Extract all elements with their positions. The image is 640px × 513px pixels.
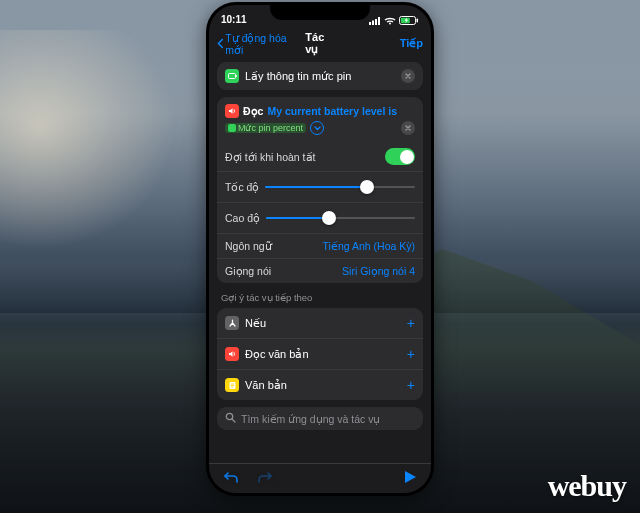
search-icon (225, 412, 236, 425)
rate-slider[interactable] (265, 178, 415, 196)
search-field[interactable]: Tìm kiếm ứng dụng và tác vụ (217, 407, 423, 430)
chevron-down-icon (314, 126, 321, 131)
back-button[interactable]: Tự động hóa mới (217, 32, 299, 56)
next-button[interactable]: Tiếp (400, 37, 423, 50)
svg-rect-8 (228, 74, 235, 79)
redo-icon (257, 470, 273, 484)
svg-point-4 (389, 22, 391, 24)
wallpaper: 10:11 Tự động hóa (0, 0, 640, 513)
option-wait: Đợi tới khi hoàn tất (217, 142, 423, 171)
navigation-bar: Tự động hóa mới Tác vụ Tiếp (209, 27, 431, 62)
variable-pill[interactable]: Mức pin percent (225, 123, 306, 133)
speak-action-header[interactable]: Đọc My current battery level is Mức pin … (217, 97, 423, 142)
run-button[interactable] (404, 470, 417, 488)
signal-icon (369, 17, 381, 25)
suggestions-list: Nếu + Đọc văn bản + Văn bả (217, 308, 423, 400)
wifi-icon (384, 17, 396, 25)
search-placeholder: Tìm kiếm ứng dụng và tác vụ (241, 413, 380, 425)
battery-action-icon (225, 69, 239, 83)
notch (270, 2, 370, 20)
svg-rect-0 (369, 22, 371, 25)
watermark: webuy (548, 469, 626, 503)
pitch-slider[interactable] (266, 209, 415, 227)
suggestions-header: Gợi ý tác vụ tiếp theo (217, 290, 423, 308)
action-card-battery[interactable]: Lấy thông tin mức pin (217, 62, 423, 90)
remove-action-button[interactable] (401, 69, 415, 83)
close-icon (405, 125, 411, 131)
option-rate: Tốc độ (217, 171, 423, 202)
nav-title: Tác vụ (305, 31, 337, 56)
action-card-speak: Đọc My current battery level is Mức pin … (217, 97, 423, 283)
svg-rect-1 (372, 20, 374, 25)
add-icon: + (407, 315, 415, 331)
collapse-toggle[interactable] (310, 121, 324, 135)
add-icon: + (407, 377, 415, 393)
status-time: 10:11 (221, 14, 247, 25)
branch-icon (225, 316, 239, 330)
svg-rect-2 (375, 19, 377, 25)
svg-rect-6 (417, 19, 419, 23)
svg-rect-9 (235, 75, 236, 77)
option-language[interactable]: Ngôn ngữ Tiếng Anh (Hoa Kỳ) (217, 233, 423, 258)
speaker-icon (225, 347, 239, 361)
play-icon (404, 470, 417, 484)
action-title: Lấy thông tin mức pin (245, 70, 395, 83)
speak-action-icon (225, 104, 239, 118)
close-icon (405, 73, 411, 79)
redo-button[interactable] (257, 470, 273, 488)
add-icon: + (407, 346, 415, 362)
bottom-toolbar (209, 463, 431, 493)
undo-icon (223, 470, 239, 484)
chevron-left-icon (217, 38, 223, 49)
svg-rect-3 (378, 17, 380, 25)
battery-variable-icon (228, 124, 236, 132)
option-voice[interactable]: Giọng nói Siri Giọng nói 4 (217, 258, 423, 283)
suggestion-item-text[interactable]: Văn bản + (217, 369, 423, 400)
suggestion-item-if[interactable]: Nếu + (217, 308, 423, 338)
svg-point-11 (226, 413, 232, 419)
suggestion-item-speak-text[interactable]: Đọc văn bản + (217, 338, 423, 369)
option-pitch: Cao độ (217, 202, 423, 233)
phone-frame: 10:11 Tự động hóa (206, 2, 434, 496)
remove-action-button[interactable] (401, 121, 415, 135)
undo-button[interactable] (223, 470, 239, 488)
speak-text-token[interactable]: My current battery level is (267, 105, 397, 117)
wait-toggle[interactable] (385, 148, 415, 165)
battery-icon (399, 16, 419, 25)
note-icon (225, 378, 239, 392)
